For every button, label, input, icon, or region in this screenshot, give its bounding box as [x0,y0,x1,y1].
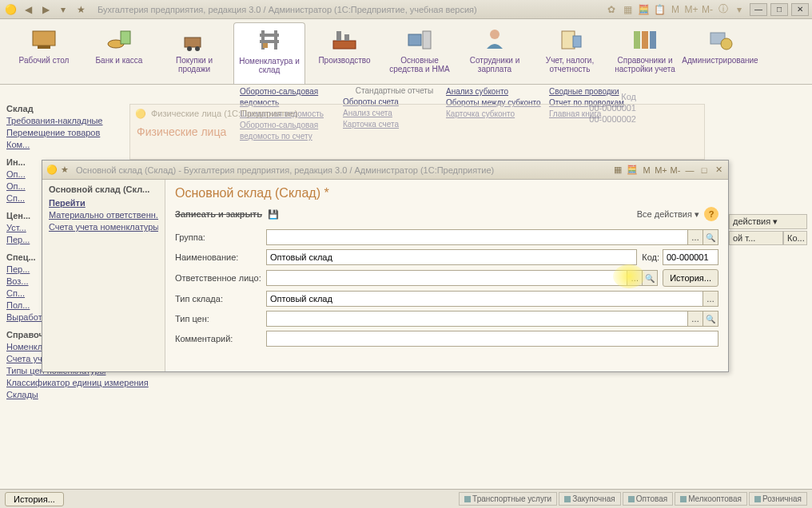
star-icon[interactable]: ★ [74,2,88,17]
tb-references[interactable]: Справочники и настройки учета [609,22,681,84]
status-tab[interactable]: Транспортные услуги [459,492,557,506]
save-close-button[interactable]: Записать и закрыть [175,209,262,219]
svg-rect-21 [642,31,648,49]
modal-side-goto[interactable]: Перейти [49,197,158,209]
history-button[interactable]: История... [5,492,64,506]
label-code: Код: [642,252,659,262]
mem-m[interactable]: M [668,2,683,17]
tb-accounting[interactable]: Учет, налоги, отчетность [534,22,606,84]
status-tab[interactable]: Розничная [749,492,807,506]
bg-logo-icon: 🟡 [135,109,146,119]
input-comment[interactable] [266,331,718,347]
ellipsis-button[interactable]: … [703,291,718,307]
modal-titlebar: 🟡 ★ Основной склад (Склад) - Бухгалтерия… [42,161,728,180]
help-icon[interactable]: ? [704,207,718,221]
rc-col: Ко... [783,231,807,245]
form-title: Основной склад (Склад) * [175,186,718,200]
tb-production[interactable]: Производство [308,22,380,84]
input-name[interactable] [266,249,637,265]
tool-icon[interactable]: ▦ [620,2,635,17]
modal-side-link[interactable]: Счета учета номенклатуры [49,221,158,233]
ellipsis-button[interactable]: … [687,229,703,245]
ellipsis-button[interactable]: … [687,311,703,327]
calc-icon[interactable]: 🧮 [636,2,651,17]
modal-title: Основной склад (Склад) - Бухгалтерия пре… [76,165,494,175]
rep-link[interactable]: Анализ субконто [446,86,549,97]
input-code[interactable] [663,249,718,265]
tb-assets[interactable]: Основные средства и НМА [384,22,456,84]
sb-item[interactable]: Классификатор единиц измерения [6,377,154,389]
svg-rect-3 [121,31,130,44]
search-icon[interactable]: 🔍 [703,311,718,327]
status-tab[interactable]: Оптовая [623,492,673,506]
mem-mminus[interactable]: M- [700,2,714,17]
input-responsible[interactable] [266,270,627,286]
app-titlebar: 🟡 ◀ ▶ ▾ ★ Бухгалтерия предприятия, редак… [0,0,812,19]
svg-point-17 [490,30,500,39]
save-icon[interactable]: 💾 [267,208,280,220]
app-title: Бухгалтерия предприятия, редакция 3.0 / … [98,5,477,14]
cal-icon[interactable]: 📋 [652,2,667,17]
tab-icon [464,496,471,502]
tb-employees[interactable]: Сотрудники и зарплата [459,22,531,84]
input-group[interactable] [266,229,688,245]
ellipsis-button[interactable]: … [627,270,643,286]
dropdown-icon[interactable]: ▾ [56,2,70,17]
tb-purchase[interactable]: Покупки и продажи [158,22,230,84]
modal-close-button[interactable]: ✕ [712,164,725,177]
info-icon[interactable]: ⓘ [716,2,730,17]
mem-mplus[interactable]: M+ [684,2,699,17]
input-wh-type[interactable] [266,291,703,307]
all-actions-button[interactable]: Все действия ▾ [637,209,699,220]
minimize-button[interactable]: — [750,3,767,16]
tab-icon [754,496,761,502]
search-icon[interactable]: 🔍 [703,229,718,245]
modal-main: Основной склад (Склад) * Записать и закр… [165,180,728,371]
status-tab[interactable]: Закупочная [559,492,621,506]
svg-point-6 [195,46,200,51]
tb-desktop[interactable]: Рабочий стол [8,22,80,84]
label-name: Наименование: [175,252,266,262]
svg-rect-20 [634,31,640,49]
nav-fwd-icon[interactable]: ▶ [38,2,53,17]
modal-tool-icon[interactable]: ▦ [611,164,624,177]
nav-back-icon[interactable]: ◀ [21,2,35,17]
modal-side-link[interactable]: Материально ответственн... [49,209,158,221]
modal-min-button[interactable]: — [683,164,696,177]
tb-bank[interactable]: Банк и касса [83,22,155,84]
svg-rect-15 [408,34,421,46]
rc-actions[interactable]: действия ▾ [729,214,807,229]
label-wh-type: Тип склада: [175,294,266,304]
logo-icon: 🟡 [3,2,18,17]
tab-icon [680,496,687,502]
maximize-button[interactable]: □ [770,3,788,16]
history-button[interactable]: История... [663,269,718,287]
modal-mem-m[interactable]: M [640,164,653,177]
tb-admin[interactable]: Администрирование [684,22,756,84]
svg-point-24 [721,38,732,50]
close-button[interactable]: ✕ [791,3,809,16]
fav-icon[interactable]: ✿ [604,2,619,17]
svg-point-5 [187,46,192,51]
input-price-type[interactable] [266,311,688,327]
sb-item[interactable]: Склады [6,389,154,401]
status-tab[interactable]: Мелкооптовая [675,492,747,506]
label-comment: Комментарий: [175,334,266,343]
search-icon[interactable]: 🔍 [642,270,658,286]
bgwin-titlebar: Физические лица (1С:Предприятие) [151,109,297,118]
rep-heading: Стандартные отчеты [343,86,446,95]
bgwin-heading: Физические лица [130,122,704,141]
tb-nomenclature[interactable]: Номенклатура и склад [233,22,305,84]
status-bar: История... Транспортные услуги Закупочна… [0,489,812,508]
bg-codes: Код 00-0000001 00-0000002 [589,91,636,125]
tab-icon [628,496,635,502]
modal-max-button[interactable]: □ [698,164,710,177]
modal-calc-icon[interactable]: 🧮 [626,164,639,177]
main-toolbar: Рабочий стол Банк и касса Покупки и прод… [0,19,812,85]
modal-mem-mp[interactable]: M+ [655,164,667,177]
svg-rect-4 [185,38,201,47]
svg-rect-11 [263,43,268,48]
modal-mem-mm[interactable]: M- [669,164,682,177]
modal-star-icon[interactable]: ★ [58,164,71,177]
chev-icon[interactable]: ▾ [732,2,746,17]
